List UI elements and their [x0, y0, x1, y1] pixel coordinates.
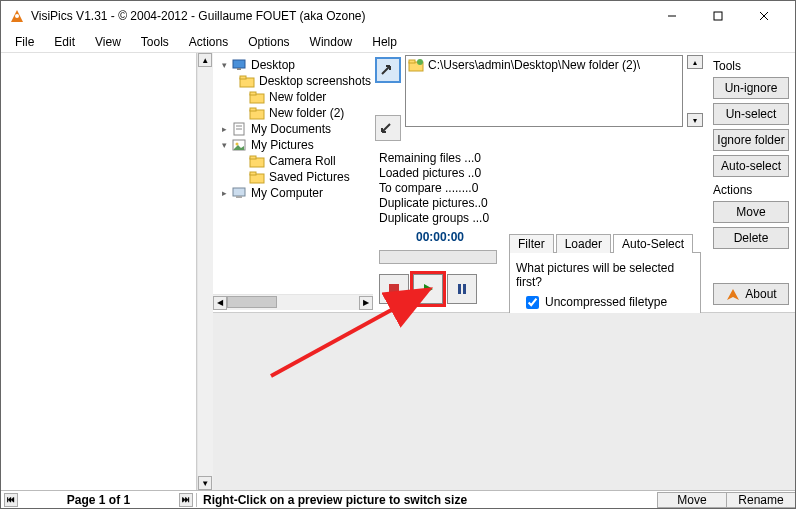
tab-filter[interactable]: Filter: [509, 234, 554, 253]
titlebar: VisiPics V1.31 - © 2004-2012 - Guillaume…: [1, 1, 795, 31]
svg-rect-10: [250, 92, 256, 95]
tree-toggle-icon[interactable]: ▾: [219, 60, 229, 70]
tree-item-label: Desktop screenshots: [257, 74, 373, 88]
tree-toggle-icon[interactable]: ▾: [219, 140, 229, 150]
svg-rect-19: [250, 156, 256, 159]
scroll-left-icon[interactable]: ◀: [213, 296, 227, 310]
stop-button[interactable]: [379, 274, 409, 304]
status-rename-button[interactable]: Rename: [726, 492, 796, 508]
play-icon: [421, 282, 435, 296]
menu-actions[interactable]: Actions: [179, 33, 238, 51]
tab-auto-select[interactable]: Auto-Select: [613, 234, 693, 253]
tree-item[interactable]: New folder (2): [217, 105, 373, 121]
status-move-button[interactable]: Move: [657, 492, 727, 508]
menu-window[interactable]: Window: [300, 33, 363, 51]
fox-icon: [725, 286, 741, 302]
autoselect-button[interactable]: Auto-select: [713, 155, 789, 177]
elapsed-timer: 00:00:00: [375, 230, 505, 244]
stat-loaded: Loaded pictures ..0: [379, 166, 505, 181]
tree-item[interactable]: Camera Roll: [217, 153, 373, 169]
unignore-button[interactable]: Un-ignore: [713, 77, 789, 99]
pics-icon: [231, 138, 247, 152]
path-text: C:\Users\admin\Desktop\New folder (2)\: [428, 58, 680, 72]
preview-scrollbar[interactable]: ▲ ▼: [197, 53, 213, 490]
remove-folder-button[interactable]: [375, 115, 401, 141]
menu-file[interactable]: File: [5, 33, 44, 51]
svg-rect-12: [250, 108, 256, 111]
page-first-button[interactable]: ⏮: [4, 493, 18, 507]
pause-icon: [455, 282, 469, 296]
svg-rect-8: [240, 76, 246, 79]
tabs: Filter Loader Auto-Select: [509, 233, 701, 253]
folder-icon: [249, 90, 265, 104]
folder-icon: [249, 170, 265, 184]
svg-rect-23: [236, 196, 242, 198]
folder-icon: [249, 106, 265, 120]
minimize-button[interactable]: [649, 2, 695, 30]
scroll-up-icon[interactable]: ▲: [198, 53, 212, 67]
label-tools: Tools: [713, 59, 789, 73]
scroll-right-icon[interactable]: ▶: [359, 296, 373, 310]
tree-item[interactable]: ▾Desktop: [217, 57, 373, 73]
folder-icon: [408, 58, 424, 72]
svg-rect-2: [714, 12, 722, 20]
stats-block: Remaining files ...0 Loaded pictures ..0…: [375, 151, 505, 226]
folder-icon: [249, 154, 265, 168]
center-panel: C:\Users\admin\Desktop\New folder (2)\ ▴…: [373, 53, 707, 312]
checkbox-uncompressed[interactable]: [526, 296, 539, 309]
folder-tree[interactable]: ▾DesktopDesktop screenshotsNew folderNew…: [213, 55, 373, 294]
tree-item-label: My Documents: [249, 122, 333, 136]
menu-edit[interactable]: Edit: [44, 33, 85, 51]
maximize-button[interactable]: [695, 2, 741, 30]
svg-rect-25: [409, 60, 415, 63]
tree-item-label: My Pictures: [249, 138, 316, 152]
tree-item-label: New folder: [267, 90, 328, 104]
svg-rect-28: [458, 284, 461, 294]
tree-horizontal-scrollbar[interactable]: ◀ ▶: [213, 294, 373, 310]
svg-rect-22: [233, 188, 245, 196]
check-uncompressed[interactable]: Uncompressed filetype: [526, 295, 694, 309]
menu-options[interactable]: Options: [238, 33, 299, 51]
tree-item-label: New folder (2): [267, 106, 346, 120]
menu-help[interactable]: Help: [362, 33, 407, 51]
scroll-down-icon[interactable]: ▼: [198, 476, 212, 490]
label-actions: Actions: [713, 183, 789, 197]
pause-button[interactable]: [447, 274, 477, 304]
page-last-button[interactable]: ⏭: [179, 493, 193, 507]
path-up-button[interactable]: ▴: [687, 55, 703, 69]
scroll-thumb[interactable]: [227, 296, 277, 308]
progress-bar: [379, 250, 497, 264]
tree-item[interactable]: Desktop screenshots: [217, 73, 373, 89]
tab-loader[interactable]: Loader: [556, 234, 611, 253]
svg-rect-5: [233, 60, 245, 68]
statusbar: ⏮ Page 1 of 1 ⏭ Right-Click on a preview…: [1, 490, 795, 508]
play-button[interactable]: [413, 274, 443, 304]
stat-dup-pics: Duplicate pictures..0: [379, 196, 505, 211]
status-hint: Right-Click on a preview picture to swit…: [197, 493, 657, 507]
unselect-button[interactable]: Un-select: [713, 103, 789, 125]
selected-paths-list[interactable]: C:\Users\admin\Desktop\New folder (2)\: [405, 55, 683, 127]
tree-toggle-icon[interactable]: ▸: [219, 124, 229, 134]
tree-item[interactable]: ▾My Pictures: [217, 137, 373, 153]
arrow-remove-icon: [380, 120, 396, 136]
add-folder-button[interactable]: [375, 57, 401, 83]
menu-tools[interactable]: Tools: [131, 33, 179, 51]
folder-icon: [239, 74, 255, 88]
about-button[interactable]: About: [713, 283, 789, 305]
tree-item[interactable]: ▸My Computer: [217, 185, 373, 201]
delete-button[interactable]: Delete: [713, 227, 789, 249]
tree-item[interactable]: ▸My Documents: [217, 121, 373, 137]
docs-icon: [231, 122, 247, 136]
svg-rect-6: [237, 68, 241, 70]
tree-item[interactable]: Saved Pictures: [217, 169, 373, 185]
tree-item-label: Desktop: [249, 58, 297, 72]
ignore-folder-button[interactable]: Ignore folder: [713, 129, 789, 151]
move-button[interactable]: Move: [713, 201, 789, 223]
menu-view[interactable]: View: [85, 33, 131, 51]
stat-dup-groups: Duplicate groups ...0: [379, 211, 505, 226]
computer-icon: [231, 186, 247, 200]
tree-item[interactable]: New folder: [217, 89, 373, 105]
tree-toggle-icon[interactable]: ▸: [219, 188, 229, 198]
path-down-button[interactable]: ▾: [687, 113, 703, 127]
close-button[interactable]: [741, 2, 787, 30]
